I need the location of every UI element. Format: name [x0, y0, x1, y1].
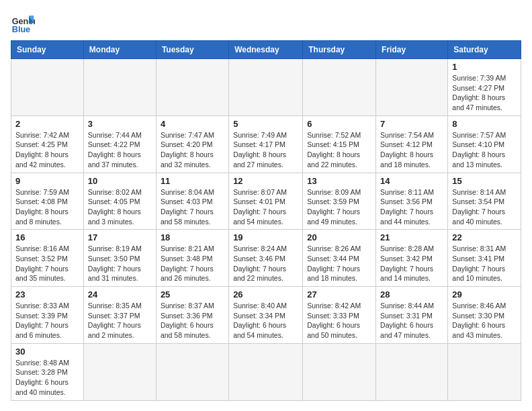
weekday-header-thursday: Thursday: [303, 41, 376, 59]
calendar-cell: 1Sunrise: 7:39 AM Sunset: 4:27 PM Daylig…: [448, 59, 521, 116]
calendar-cell: [376, 59, 448, 116]
day-info: Sunrise: 8:28 AM Sunset: 3:42 PM Dayligh…: [380, 244, 443, 283]
calendar-cell: 27Sunrise: 8:42 AM Sunset: 3:33 PM Dayli…: [303, 287, 376, 344]
day-info: Sunrise: 8:37 AM Sunset: 3:36 PM Dayligh…: [161, 301, 224, 340]
calendar-cell: 16Sunrise: 8:16 AM Sunset: 3:52 PM Dayli…: [11, 230, 84, 287]
calendar-cell: [303, 59, 376, 116]
calendar-cell: [156, 59, 228, 116]
day-info: Sunrise: 8:07 AM Sunset: 4:01 PM Dayligh…: [233, 187, 298, 227]
day-number: 15: [452, 176, 517, 186]
calendar-cell: 28Sunrise: 8:44 AM Sunset: 3:31 PM Dayli…: [376, 287, 448, 344]
weekday-header-friday: Friday: [376, 41, 448, 59]
day-number: 8: [452, 119, 517, 129]
day-number: 19: [233, 232, 298, 242]
calendar-cell: 13Sunrise: 8:09 AM Sunset: 3:59 PM Dayli…: [303, 173, 376, 230]
day-number: 18: [161, 232, 224, 242]
calendar-cell: [11, 59, 84, 116]
calendar-cell: 22Sunrise: 8:31 AM Sunset: 3:41 PM Dayli…: [448, 230, 521, 287]
calendar-cell: [229, 343, 303, 400]
day-number: 25: [161, 289, 224, 300]
calendar-cell: [448, 343, 521, 400]
day-number: 7: [380, 119, 443, 129]
day-number: 22: [452, 232, 517, 242]
day-info: Sunrise: 8:14 AM Sunset: 3:54 PM Dayligh…: [452, 187, 517, 227]
logo: General Blue: [11, 11, 38, 35]
day-number: 23: [15, 289, 79, 300]
day-number: 26: [233, 289, 298, 300]
day-info: Sunrise: 7:44 AM Sunset: 4:22 PM Dayligh…: [88, 130, 152, 170]
day-number: 3: [88, 119, 152, 129]
calendar-cell: 25Sunrise: 8:37 AM Sunset: 3:36 PM Dayli…: [156, 287, 228, 344]
calendar-cell: 14Sunrise: 8:11 AM Sunset: 3:56 PM Dayli…: [376, 173, 448, 230]
day-info: Sunrise: 8:19 AM Sunset: 3:50 PM Dayligh…: [88, 244, 152, 283]
day-info: Sunrise: 7:49 AM Sunset: 4:17 PM Dayligh…: [233, 130, 298, 170]
day-info: Sunrise: 8:40 AM Sunset: 3:34 PM Dayligh…: [233, 301, 298, 340]
day-number: 12: [233, 176, 298, 186]
day-info: Sunrise: 8:31 AM Sunset: 3:41 PM Dayligh…: [452, 244, 517, 283]
day-info: Sunrise: 8:26 AM Sunset: 3:44 PM Dayligh…: [307, 244, 371, 283]
calendar-week-row: 30Sunrise: 8:48 AM Sunset: 3:28 PM Dayli…: [11, 343, 521, 400]
weekday-header-monday: Monday: [83, 41, 156, 59]
calendar-cell: [83, 59, 156, 116]
day-info: Sunrise: 8:42 AM Sunset: 3:33 PM Dayligh…: [307, 301, 371, 340]
day-number: 10: [88, 176, 152, 186]
day-info: Sunrise: 7:47 AM Sunset: 4:20 PM Dayligh…: [161, 130, 224, 170]
calendar-cell: 17Sunrise: 8:19 AM Sunset: 3:50 PM Dayli…: [83, 230, 156, 287]
calendar-cell: 19Sunrise: 8:24 AM Sunset: 3:46 PM Dayli…: [229, 230, 303, 287]
day-info: Sunrise: 7:42 AM Sunset: 4:25 PM Dayligh…: [15, 130, 79, 170]
calendar-cell: 24Sunrise: 8:35 AM Sunset: 3:37 PM Dayli…: [83, 287, 156, 344]
day-info: Sunrise: 8:21 AM Sunset: 3:48 PM Dayligh…: [161, 244, 224, 283]
day-number: 1: [452, 62, 517, 72]
day-number: 13: [307, 176, 371, 186]
day-number: 4: [161, 119, 224, 129]
day-info: Sunrise: 8:04 AM Sunset: 4:03 PM Dayligh…: [161, 187, 224, 227]
calendar-cell: 11Sunrise: 8:04 AM Sunset: 4:03 PM Dayli…: [156, 173, 228, 230]
calendar-cell: 8Sunrise: 7:57 AM Sunset: 4:10 PM Daylig…: [448, 116, 521, 173]
day-info: Sunrise: 7:54 AM Sunset: 4:12 PM Dayligh…: [380, 130, 443, 170]
calendar-body: 1Sunrise: 7:39 AM Sunset: 4:27 PM Daylig…: [11, 59, 521, 401]
day-info: Sunrise: 7:57 AM Sunset: 4:10 PM Dayligh…: [452, 130, 517, 170]
calendar-table: SundayMondayTuesdayWednesdayThursdayFrid…: [11, 40, 521, 401]
calendar-cell: [229, 59, 303, 116]
day-info: Sunrise: 7:39 AM Sunset: 4:27 PM Dayligh…: [452, 73, 517, 113]
calendar-cell: 12Sunrise: 8:07 AM Sunset: 4:01 PM Dayli…: [229, 173, 303, 230]
day-info: Sunrise: 8:24 AM Sunset: 3:46 PM Dayligh…: [233, 244, 298, 283]
calendar-cell: 6Sunrise: 7:52 AM Sunset: 4:15 PM Daylig…: [303, 116, 376, 173]
day-number: 28: [380, 289, 443, 300]
calendar-cell: 15Sunrise: 8:14 AM Sunset: 3:54 PM Dayli…: [448, 173, 521, 230]
day-info: Sunrise: 8:44 AM Sunset: 3:31 PM Dayligh…: [380, 301, 443, 340]
calendar-cell: 29Sunrise: 8:46 AM Sunset: 3:30 PM Dayli…: [448, 287, 521, 344]
calendar-cell: [303, 343, 376, 400]
day-number: 9: [15, 176, 79, 186]
day-info: Sunrise: 7:52 AM Sunset: 4:15 PM Dayligh…: [307, 130, 371, 170]
calendar-week-row: 2Sunrise: 7:42 AM Sunset: 4:25 PM Daylig…: [11, 116, 521, 173]
calendar-cell: [156, 343, 228, 400]
calendar-cell: [376, 343, 448, 400]
svg-text:Blue: Blue: [12, 25, 30, 34]
weekday-header-sunday: Sunday: [11, 41, 84, 59]
weekday-header-wednesday: Wednesday: [229, 41, 303, 59]
weekday-header-saturday: Saturday: [448, 41, 521, 59]
calendar-cell: 18Sunrise: 8:21 AM Sunset: 3:48 PM Dayli…: [156, 230, 228, 287]
day-number: 2: [15, 119, 79, 129]
day-number: 21: [380, 232, 443, 242]
day-info: Sunrise: 8:48 AM Sunset: 3:28 PM Dayligh…: [15, 358, 79, 398]
day-number: 17: [88, 232, 152, 242]
logo-icon: General Blue: [11, 11, 35, 35]
calendar-cell: 4Sunrise: 7:47 AM Sunset: 4:20 PM Daylig…: [156, 116, 228, 173]
calendar-cell: 3Sunrise: 7:44 AM Sunset: 4:22 PM Daylig…: [83, 116, 156, 173]
calendar-cell: 10Sunrise: 8:02 AM Sunset: 4:05 PM Dayli…: [83, 173, 156, 230]
calendar-week-row: 1Sunrise: 7:39 AM Sunset: 4:27 PM Daylig…: [11, 59, 521, 116]
calendar-cell: 30Sunrise: 8:48 AM Sunset: 3:28 PM Dayli…: [11, 343, 84, 400]
day-number: 20: [307, 232, 371, 242]
calendar-cell: 21Sunrise: 8:28 AM Sunset: 3:42 PM Dayli…: [376, 230, 448, 287]
calendar-cell: 7Sunrise: 7:54 AM Sunset: 4:12 PM Daylig…: [376, 116, 448, 173]
day-info: Sunrise: 8:16 AM Sunset: 3:52 PM Dayligh…: [15, 244, 79, 283]
calendar-cell: 23Sunrise: 8:33 AM Sunset: 3:39 PM Dayli…: [11, 287, 84, 344]
day-number: 6: [307, 119, 371, 129]
page-header: General Blue: [11, 11, 521, 35]
day-info: Sunrise: 8:11 AM Sunset: 3:56 PM Dayligh…: [380, 187, 443, 227]
weekday-header-tuesday: Tuesday: [156, 41, 228, 59]
day-info: Sunrise: 7:59 AM Sunset: 4:08 PM Dayligh…: [15, 187, 79, 227]
day-info: Sunrise: 8:46 AM Sunset: 3:30 PM Dayligh…: [452, 301, 517, 340]
